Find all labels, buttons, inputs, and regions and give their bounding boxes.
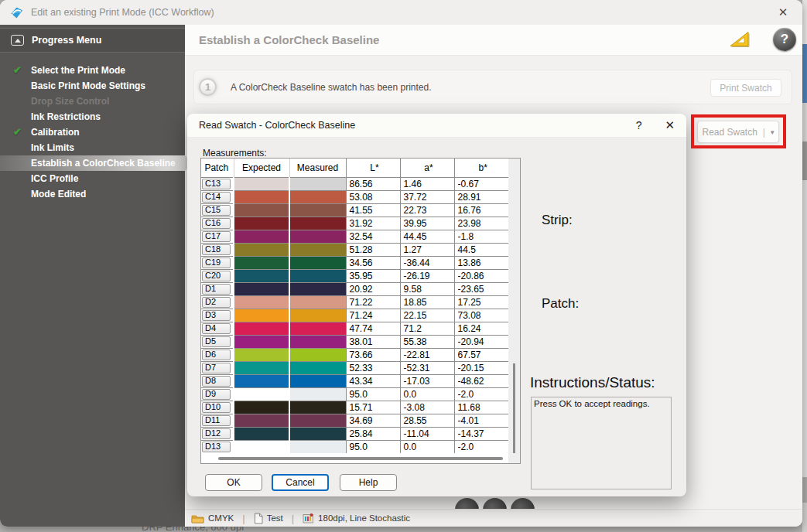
cancel-button[interactable]: Cancel [272, 474, 329, 491]
patch-button[interactable]: C19 [202, 257, 231, 268]
L-value: 51.28 [346, 243, 400, 256]
expected-swatch [234, 309, 289, 322]
expected-swatch [234, 361, 289, 374]
L-value: 43.34 [346, 374, 400, 387]
window-close-icon[interactable]: ✕ [773, 5, 793, 19]
measured-swatch [289, 309, 346, 322]
b-value: 13.86 [454, 256, 508, 269]
a-value: 37.72 [400, 190, 454, 203]
patch-button[interactable]: C17 [202, 231, 231, 242]
patch-button[interactable]: D8 [202, 376, 231, 387]
patch-button[interactable]: D7 [202, 363, 231, 373]
patch-button[interactable]: D10 [202, 402, 231, 413]
b-value: 16.76 [454, 203, 508, 217]
statusbar-colorset-label: CMYK [208, 513, 234, 523]
table-row: D538.0155.38-20.94 [201, 335, 508, 348]
sidebar-item[interactable]: Ink Limits [0, 140, 185, 155]
measurements-table: Patch Expected Measured L* a* b* C1386.5… [200, 158, 521, 464]
background-window-edge [802, 0, 807, 44]
b-value: 44.5 [454, 243, 508, 256]
expected-swatch [234, 374, 289, 387]
sidebar-item-label: Establish a ColorCheck Baseline [31, 158, 176, 169]
column-header-patch: Patch [201, 159, 234, 177]
sidebar-item[interactable]: Mode Edited [0, 186, 185, 202]
patch-button[interactable]: D12 [202, 428, 231, 439]
sidebar-item[interactable]: Basic Print Mode Settings [0, 78, 185, 94]
page-header: Establish a ColorCheck Baseline ? [185, 25, 802, 56]
sidebar-item[interactable]: ✔Select the Print Mode [0, 63, 185, 78]
patch-button[interactable]: C14 [202, 192, 231, 203]
patch-button[interactable]: D2 [202, 297, 231, 308]
measured-swatch [289, 440, 346, 453]
b-value: 11.68 [454, 401, 508, 414]
measured-swatch [289, 243, 346, 256]
patch-button[interactable]: D13 [202, 442, 231, 452]
sidebar-item[interactable]: Ink Restrictions [0, 109, 185, 124]
table-row: C2035.95-26.19-20.86 [201, 269, 508, 282]
patch-button[interactable]: C13 [202, 179, 231, 189]
L-value: 71.24 [346, 309, 400, 322]
a-value: 44.45 [400, 230, 454, 243]
patch-button[interactable]: C20 [202, 271, 231, 281]
sidebar-item[interactable]: ICC Profile [0, 171, 185, 186]
page-title: Establish a ColorCheck Baseline [199, 33, 379, 46]
dialog-help-icon[interactable]: ? [636, 119, 642, 131]
status-bar: CMYK | Test | 180dpi, Line Stochastic [185, 509, 802, 527]
a-value: -22.81 [400, 348, 454, 361]
measured-swatch [289, 282, 346, 295]
patch-label: Patch: [542, 296, 579, 312]
measurements-body: C1386.561.46-0.67C1453.0837.7228.91C1541… [201, 177, 508, 453]
patch-button[interactable]: D6 [202, 350, 231, 360]
patch-button[interactable]: D11 [202, 415, 231, 426]
patch-button[interactable]: C18 [202, 244, 231, 255]
help-button-dialog[interactable]: Help [340, 474, 397, 491]
measurements-label: Measurements: [203, 148, 267, 159]
table-row: D1225.84-11.04-14.37 [201, 427, 508, 440]
patch-button[interactable]: C15 [202, 205, 231, 216]
table-row: C1851.281.2744.5 [201, 243, 508, 256]
statusbar-separator: | [240, 513, 247, 524]
progress-menu-header[interactable]: Progress Menu [0, 28, 185, 53]
patch-button[interactable]: D9 [202, 389, 231, 400]
help-button[interactable]: ? [773, 28, 796, 51]
statusbar-separator: | [289, 513, 296, 524]
patch-button[interactable]: D1 [202, 284, 231, 295]
sidebar-item[interactable]: ✔Calibration [0, 124, 185, 140]
L-value: 95.0 [346, 387, 400, 401]
patch-button[interactable]: D5 [202, 336, 231, 347]
sidebar-item[interactable]: Establish a ColorCheck Baseline [0, 155, 185, 171]
background-window-edge [802, 477, 807, 503]
patch-button[interactable]: D3 [202, 310, 231, 321]
b-value: -2.0 [454, 387, 508, 401]
b-value: 73.08 [454, 309, 508, 322]
ok-button[interactable]: OK [205, 474, 262, 491]
patch-button[interactable]: D4 [202, 323, 231, 334]
dialog-title-bar: Read Swatch - ColorCheck Baseline ? ✕ [187, 114, 686, 138]
b-value: -1.8 [454, 230, 508, 243]
ruler-tool-icon[interactable] [729, 30, 750, 51]
a-value: -11.04 [400, 427, 454, 440]
background-window-edge [802, 142, 807, 180]
dialog-close-icon[interactable]: ✕ [665, 118, 675, 132]
table-row: C1541.5522.7316.76 [201, 203, 508, 217]
patch-button[interactable]: C16 [202, 218, 231, 229]
b-value: -23.65 [454, 282, 508, 295]
a-value: -17.03 [400, 374, 454, 387]
b-value: 67.57 [454, 348, 508, 361]
a-value: 55.38 [400, 335, 454, 348]
check-icon: ✔ [13, 126, 22, 138]
horizontal-scrollbar-thumb[interactable] [218, 457, 503, 460]
L-value: 38.01 [346, 335, 400, 348]
a-value: 28.55 [400, 414, 454, 427]
expected-swatch [234, 243, 289, 256]
expected-swatch [234, 322, 289, 335]
app-logo-icon [9, 6, 24, 19]
collapse-menu-icon [11, 35, 24, 46]
vertical-scrollbar-thumb[interactable] [513, 363, 515, 453]
statusbar-document: Test [254, 513, 283, 524]
L-value: 73.66 [346, 348, 400, 361]
print-swatch-button[interactable]: Print Swatch [710, 79, 781, 97]
table-row: D120.929.58-23.65 [201, 282, 508, 295]
table-row: D447.7471.216.24 [201, 322, 508, 335]
background-window-edge [802, 503, 807, 532]
